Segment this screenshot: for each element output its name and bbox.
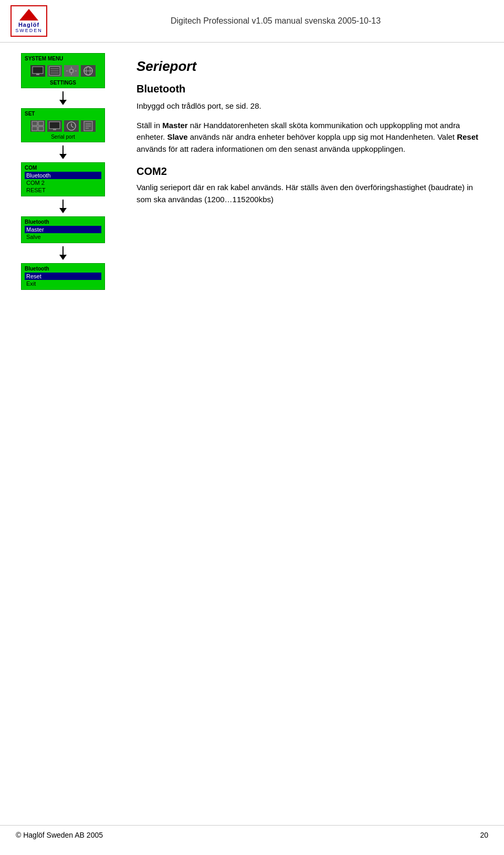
monitor-icon [30,65,45,77]
bluetooth-submenu-1: Bluetooth Master Salve [21,216,105,243]
page-footer: © Haglöf Sweden AB 2005 20 [0,825,504,844]
arrow-line-4 [62,246,64,255]
svg-rect-16 [38,121,44,126]
svg-rect-1 [36,74,39,75]
main-content: SYSTEM MENU [0,43,504,300]
com2-section: COM2 Vanlig serieport där en rak kabel a… [136,165,483,205]
com2-title: COM2 [136,165,483,178]
settings-label: SETTINGS [25,80,101,86]
set-box: SET [21,108,105,142]
set-label: SET [25,111,101,117]
bt-item-salve[interactable]: Salve [25,233,101,241]
page-header: Haglöf SWEDEN Digitech Professional v1.0… [0,0,504,43]
system-menu-icons [25,63,101,79]
com-item-com2[interactable]: COM 2 [25,179,101,186]
bluetooth-subtitle: Bluetooth [136,83,483,95]
svg-point-7 [70,70,72,72]
system-menu-box: SYSTEM MENU [21,53,105,88]
arrow-head-2 [59,154,67,159]
clock-icon [64,120,79,132]
com-header: COM [25,165,101,171]
svg-rect-0 [33,67,43,74]
wrench-icon [64,65,79,77]
logo-area: Haglöf SWEDEN [10,5,47,37]
small-monitor-icon [47,120,62,132]
bluetooth-submenu-2: Bluetooth Reset Exit [21,263,105,290]
section-title: Serieport [136,58,483,75]
right-content: Serieport Bluetooth Inbyggd och trådlös … [126,53,494,290]
bt-item-master[interactable]: Master [25,226,101,233]
header-title: Digitech Professional v1.05 manual svens… [58,16,494,26]
svg-rect-19 [49,122,60,129]
list-icon [47,65,62,77]
book-icon [81,120,96,132]
logo-triangle-icon [19,9,38,20]
arrow-head-3 [59,208,67,213]
bluetooth-intro: Inbyggd och trådlös port, se sid. 28. [136,100,483,112]
set-icons-row [25,118,101,134]
svg-rect-18 [38,127,44,131]
footer-copyright: © Haglöf Sweden AB 2005 [16,831,103,839]
arrow-line-1 [62,91,64,100]
com-item-reset[interactable]: RESET [25,186,101,194]
com-item-bluetooth[interactable]: Bluetooth [25,172,101,179]
bt-item-exit[interactable]: Exit [25,280,101,287]
arrow-line-3 [62,200,64,208]
arrow-down-4 [59,246,67,260]
logo-subname: SWEDEN [15,28,43,33]
bt-item-reset[interactable]: Reset [25,273,101,280]
svg-rect-17 [32,127,37,131]
bluetooth-description: Ställ in Master när Handdatorenheten ska… [136,120,483,155]
serial-port-label: Serial port [25,134,101,140]
com2-description: Vanlig serieport där en rak kabel använd… [136,182,483,205]
globe-icon [81,65,96,77]
svg-rect-20 [53,129,56,130]
grid-icon [30,120,45,132]
bluetooth-submenu1-label: Bluetooth [25,219,101,225]
arrow-head-1 [59,100,67,105]
arrow-down-3 [59,200,67,213]
bluetooth-submenu2-label: Bluetooth [25,266,101,272]
left-sidebar: SYSTEM MENU [10,53,116,290]
logo-box: Haglöf SWEDEN [10,5,47,37]
system-menu-label: SYSTEM MENU [25,56,101,61]
svg-line-23 [71,126,74,128]
arrow-head-4 [59,255,67,260]
arrow-down-2 [59,145,67,159]
arrow-down-1 [59,91,67,105]
arrow-line-2 [62,145,64,154]
com-box: COM Bluetooth COM 2 RESET [21,162,105,196]
footer-page-number: 20 [480,831,488,839]
logo-name: Haglöf [18,22,39,28]
svg-rect-15 [32,121,37,126]
